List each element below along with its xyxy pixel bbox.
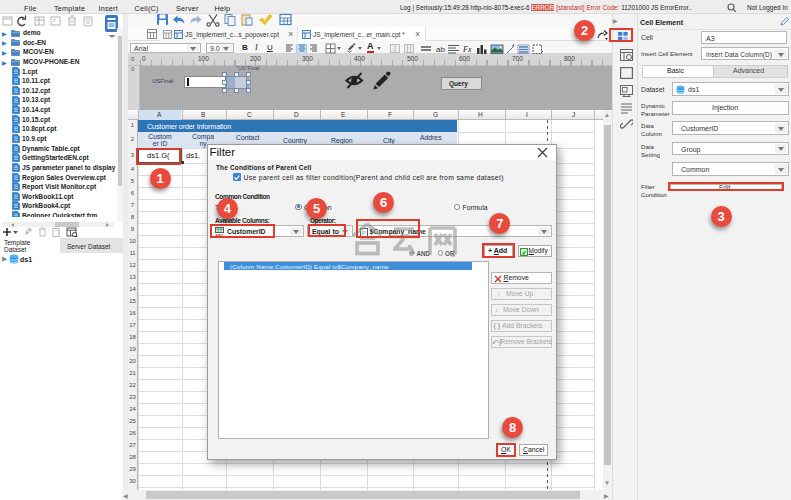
svg-text:Fx: Fx <box>462 45 472 54</box>
svg-text:ab: ab <box>436 45 445 54</box>
